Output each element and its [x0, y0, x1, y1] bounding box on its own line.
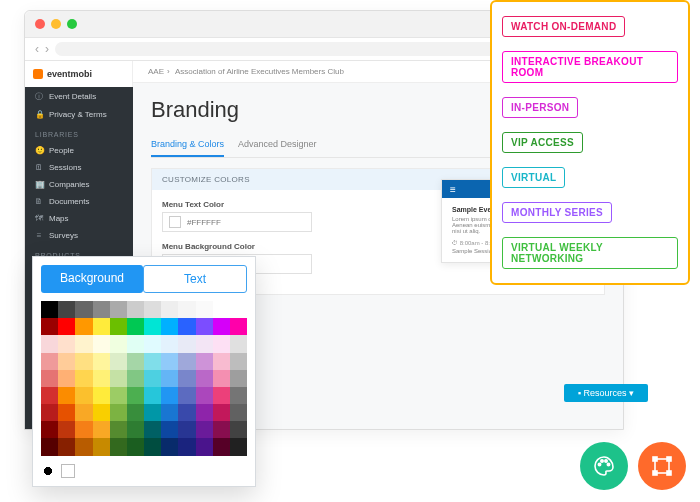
color-cell[interactable] [230, 353, 247, 370]
color-cell[interactable] [230, 301, 247, 318]
sidebar-item[interactable]: 🗺Maps [25, 210, 133, 227]
color-cell[interactable] [178, 387, 195, 404]
color-cell[interactable] [196, 438, 213, 455]
color-cell[interactable] [213, 387, 230, 404]
color-cell[interactable] [127, 335, 144, 352]
color-cell[interactable] [161, 318, 178, 335]
color-cell[interactable] [161, 335, 178, 352]
color-cell[interactable] [196, 318, 213, 335]
color-cell[interactable] [58, 421, 75, 438]
sidebar-item[interactable]: 🗎Documents [25, 193, 133, 210]
color-cell[interactable] [144, 370, 161, 387]
event-badge[interactable]: IN-PERSON [502, 97, 578, 118]
sidebar-item[interactable]: 🗓Sessions [25, 159, 133, 176]
color-cell[interactable] [110, 301, 127, 318]
color-cell[interactable] [178, 301, 195, 318]
color-cell[interactable] [93, 318, 110, 335]
color-cell[interactable] [230, 387, 247, 404]
palette-tab-background[interactable]: Background [41, 265, 143, 293]
color-cell[interactable] [178, 438, 195, 455]
color-cell[interactable] [196, 335, 213, 352]
color-cell[interactable] [58, 404, 75, 421]
color-cell[interactable] [213, 318, 230, 335]
color-cell[interactable] [230, 404, 247, 421]
event-badge[interactable]: VIRTUAL WEEKLY NETWORKING [502, 237, 678, 269]
color-cell[interactable] [41, 438, 58, 455]
color-cell[interactable] [161, 404, 178, 421]
color-cell[interactable] [144, 301, 161, 318]
back-icon[interactable]: ‹ [35, 42, 39, 56]
color-cell[interactable] [93, 353, 110, 370]
color-cell[interactable] [75, 353, 92, 370]
color-cell[interactable] [230, 318, 247, 335]
tab[interactable]: Branding & Colors [151, 133, 224, 157]
color-cell[interactable] [161, 387, 178, 404]
color-cell[interactable] [230, 370, 247, 387]
color-cell[interactable] [110, 318, 127, 335]
color-cell[interactable] [75, 421, 92, 438]
color-cell[interactable] [58, 353, 75, 370]
color-cell[interactable] [213, 370, 230, 387]
color-cell[interactable] [58, 318, 75, 335]
theme-fab[interactable] [580, 442, 628, 490]
color-cell[interactable] [230, 421, 247, 438]
color-cell[interactable] [110, 438, 127, 455]
event-badge[interactable]: WATCH ON-DEMAND [502, 16, 625, 37]
breadcrumb-name[interactable]: Association of Airline Executives Member… [172, 67, 347, 76]
event-badge[interactable]: VIRTUAL [502, 167, 565, 188]
palette-icon[interactable] [41, 464, 55, 478]
color-cell[interactable] [178, 370, 195, 387]
color-cell[interactable] [127, 301, 144, 318]
color-cell[interactable] [213, 421, 230, 438]
tab[interactable]: Advanced Designer [238, 133, 317, 157]
color-cell[interactable] [41, 318, 58, 335]
color-cell[interactable] [127, 353, 144, 370]
layout-fab[interactable] [638, 442, 686, 490]
color-cell[interactable] [161, 438, 178, 455]
color-cell[interactable] [93, 421, 110, 438]
color-cell[interactable] [127, 438, 144, 455]
color-cell[interactable] [230, 438, 247, 455]
event-badge[interactable]: INTERACTIVE BREAKOUT ROOM [502, 51, 678, 83]
color-cell[interactable] [213, 438, 230, 455]
color-cell[interactable] [41, 353, 58, 370]
color-cell[interactable] [93, 438, 110, 455]
minimize-icon[interactable] [51, 19, 61, 29]
color-cell[interactable] [213, 301, 230, 318]
color-cell[interactable] [196, 404, 213, 421]
palette-tab-text[interactable]: Text [143, 265, 247, 293]
color-cell[interactable] [213, 353, 230, 370]
color-cell[interactable] [75, 301, 92, 318]
color-cell[interactable] [178, 318, 195, 335]
sidebar-item[interactable]: 🏢Companies [25, 176, 133, 193]
color-cell[interactable] [213, 404, 230, 421]
current-color-swatch[interactable] [61, 464, 75, 478]
brand[interactable]: eventmobi [25, 61, 133, 87]
color-cell[interactable] [110, 335, 127, 352]
color-cell[interactable] [41, 387, 58, 404]
color-cell[interactable] [196, 421, 213, 438]
color-input[interactable]: #FFFFFF [162, 212, 312, 232]
color-cell[interactable] [58, 370, 75, 387]
color-cell[interactable] [110, 421, 127, 438]
color-cell[interactable] [161, 301, 178, 318]
event-badge[interactable]: MONTHLY SERIES [502, 202, 612, 223]
color-cell[interactable] [178, 404, 195, 421]
color-cell[interactable] [93, 387, 110, 404]
color-cell[interactable] [75, 318, 92, 335]
color-cell[interactable] [196, 301, 213, 318]
color-cell[interactable] [144, 353, 161, 370]
color-cell[interactable] [178, 421, 195, 438]
sidebar-item[interactable]: ⓘEvent Details [25, 87, 133, 106]
color-cell[interactable] [127, 387, 144, 404]
color-cell[interactable] [58, 335, 75, 352]
color-cell[interactable] [196, 387, 213, 404]
color-cell[interactable] [58, 438, 75, 455]
color-cell[interactable] [93, 404, 110, 421]
forward-icon[interactable]: › [45, 42, 49, 56]
color-cell[interactable] [144, 387, 161, 404]
color-cell[interactable] [144, 421, 161, 438]
color-cell[interactable] [75, 438, 92, 455]
color-cell[interactable] [93, 335, 110, 352]
color-cell[interactable] [110, 370, 127, 387]
